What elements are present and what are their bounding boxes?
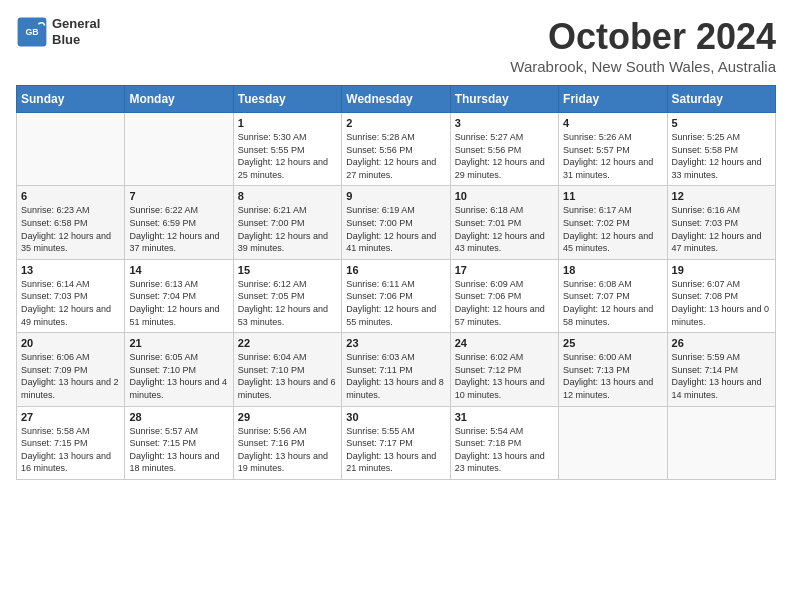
day-number: 25 (563, 337, 662, 349)
day-info: Sunrise: 6:21 AM Sunset: 7:00 PM Dayligh… (238, 204, 337, 254)
day-number: 17 (455, 264, 554, 276)
day-header-monday: Monday (125, 86, 233, 113)
day-info: Sunrise: 5:30 AM Sunset: 5:55 PM Dayligh… (238, 131, 337, 181)
day-header-friday: Friday (559, 86, 667, 113)
calendar-week-5: 27Sunrise: 5:58 AM Sunset: 7:15 PM Dayli… (17, 406, 776, 479)
calendar-cell: 12Sunrise: 6:16 AM Sunset: 7:03 PM Dayli… (667, 186, 775, 259)
location-title: Warabrook, New South Wales, Australia (510, 58, 776, 75)
calendar-cell (125, 113, 233, 186)
day-header-saturday: Saturday (667, 86, 775, 113)
calendar-cell: 3Sunrise: 5:27 AM Sunset: 5:56 PM Daylig… (450, 113, 558, 186)
day-info: Sunrise: 6:09 AM Sunset: 7:06 PM Dayligh… (455, 278, 554, 328)
day-info: Sunrise: 6:13 AM Sunset: 7:04 PM Dayligh… (129, 278, 228, 328)
calendar-cell: 11Sunrise: 6:17 AM Sunset: 7:02 PM Dayli… (559, 186, 667, 259)
day-info: Sunrise: 6:14 AM Sunset: 7:03 PM Dayligh… (21, 278, 120, 328)
day-info: Sunrise: 6:23 AM Sunset: 6:58 PM Dayligh… (21, 204, 120, 254)
day-info: Sunrise: 6:06 AM Sunset: 7:09 PM Dayligh… (21, 351, 120, 401)
calendar-cell: 4Sunrise: 5:26 AM Sunset: 5:57 PM Daylig… (559, 113, 667, 186)
logo: GB General Blue (16, 16, 100, 48)
day-number: 18 (563, 264, 662, 276)
day-number: 2 (346, 117, 445, 129)
calendar-cell: 6Sunrise: 6:23 AM Sunset: 6:58 PM Daylig… (17, 186, 125, 259)
calendar-cell: 27Sunrise: 5:58 AM Sunset: 7:15 PM Dayli… (17, 406, 125, 479)
day-info: Sunrise: 5:59 AM Sunset: 7:14 PM Dayligh… (672, 351, 771, 401)
day-header-sunday: Sunday (17, 86, 125, 113)
day-info: Sunrise: 6:19 AM Sunset: 7:00 PM Dayligh… (346, 204, 445, 254)
calendar-cell: 31Sunrise: 5:54 AM Sunset: 7:18 PM Dayli… (450, 406, 558, 479)
day-info: Sunrise: 5:56 AM Sunset: 7:16 PM Dayligh… (238, 425, 337, 475)
day-info: Sunrise: 5:55 AM Sunset: 7:17 PM Dayligh… (346, 425, 445, 475)
day-number: 30 (346, 411, 445, 423)
day-info: Sunrise: 5:58 AM Sunset: 7:15 PM Dayligh… (21, 425, 120, 475)
calendar-cell: 24Sunrise: 6:02 AM Sunset: 7:12 PM Dayli… (450, 333, 558, 406)
calendar-cell: 28Sunrise: 5:57 AM Sunset: 7:15 PM Dayli… (125, 406, 233, 479)
calendar-cell: 7Sunrise: 6:22 AM Sunset: 6:59 PM Daylig… (125, 186, 233, 259)
day-info: Sunrise: 6:07 AM Sunset: 7:08 PM Dayligh… (672, 278, 771, 328)
day-number: 20 (21, 337, 120, 349)
calendar-cell: 10Sunrise: 6:18 AM Sunset: 7:01 PM Dayli… (450, 186, 558, 259)
calendar-cell: 22Sunrise: 6:04 AM Sunset: 7:10 PM Dayli… (233, 333, 341, 406)
day-number: 6 (21, 190, 120, 202)
calendar-table: SundayMondayTuesdayWednesdayThursdayFrid… (16, 85, 776, 480)
calendar-header: SundayMondayTuesdayWednesdayThursdayFrid… (17, 86, 776, 113)
day-number: 21 (129, 337, 228, 349)
day-header-tuesday: Tuesday (233, 86, 341, 113)
calendar-cell: 25Sunrise: 6:00 AM Sunset: 7:13 PM Dayli… (559, 333, 667, 406)
day-info: Sunrise: 5:57 AM Sunset: 7:15 PM Dayligh… (129, 425, 228, 475)
day-number: 3 (455, 117, 554, 129)
calendar-cell: 30Sunrise: 5:55 AM Sunset: 7:17 PM Dayli… (342, 406, 450, 479)
day-number: 13 (21, 264, 120, 276)
day-number: 1 (238, 117, 337, 129)
calendar-cell (667, 406, 775, 479)
day-info: Sunrise: 6:11 AM Sunset: 7:06 PM Dayligh… (346, 278, 445, 328)
calendar-cell: 20Sunrise: 6:06 AM Sunset: 7:09 PM Dayli… (17, 333, 125, 406)
calendar-week-3: 13Sunrise: 6:14 AM Sunset: 7:03 PM Dayli… (17, 259, 776, 332)
day-info: Sunrise: 6:03 AM Sunset: 7:11 PM Dayligh… (346, 351, 445, 401)
day-info: Sunrise: 5:26 AM Sunset: 5:57 PM Dayligh… (563, 131, 662, 181)
day-info: Sunrise: 6:12 AM Sunset: 7:05 PM Dayligh… (238, 278, 337, 328)
page-header: GB General Blue October 2024 Warabrook, … (16, 16, 776, 75)
day-header-wednesday: Wednesday (342, 86, 450, 113)
calendar-cell: 2Sunrise: 5:28 AM Sunset: 5:56 PM Daylig… (342, 113, 450, 186)
day-number: 12 (672, 190, 771, 202)
day-info: Sunrise: 6:18 AM Sunset: 7:01 PM Dayligh… (455, 204, 554, 254)
calendar-cell: 18Sunrise: 6:08 AM Sunset: 7:07 PM Dayli… (559, 259, 667, 332)
day-number: 31 (455, 411, 554, 423)
day-info: Sunrise: 5:27 AM Sunset: 5:56 PM Dayligh… (455, 131, 554, 181)
calendar-cell: 19Sunrise: 6:07 AM Sunset: 7:08 PM Dayli… (667, 259, 775, 332)
calendar-cell: 9Sunrise: 6:19 AM Sunset: 7:00 PM Daylig… (342, 186, 450, 259)
day-info: Sunrise: 6:17 AM Sunset: 7:02 PM Dayligh… (563, 204, 662, 254)
title-area: October 2024 Warabrook, New South Wales,… (510, 16, 776, 75)
day-info: Sunrise: 6:08 AM Sunset: 7:07 PM Dayligh… (563, 278, 662, 328)
day-info: Sunrise: 5:54 AM Sunset: 7:18 PM Dayligh… (455, 425, 554, 475)
day-number: 28 (129, 411, 228, 423)
calendar-cell: 16Sunrise: 6:11 AM Sunset: 7:06 PM Dayli… (342, 259, 450, 332)
calendar-cell: 26Sunrise: 5:59 AM Sunset: 7:14 PM Dayli… (667, 333, 775, 406)
calendar-cell (559, 406, 667, 479)
day-info: Sunrise: 6:16 AM Sunset: 7:03 PM Dayligh… (672, 204, 771, 254)
day-number: 14 (129, 264, 228, 276)
day-number: 16 (346, 264, 445, 276)
calendar-week-2: 6Sunrise: 6:23 AM Sunset: 6:58 PM Daylig… (17, 186, 776, 259)
day-info: Sunrise: 6:00 AM Sunset: 7:13 PM Dayligh… (563, 351, 662, 401)
day-info: Sunrise: 6:04 AM Sunset: 7:10 PM Dayligh… (238, 351, 337, 401)
day-number: 29 (238, 411, 337, 423)
svg-text:GB: GB (25, 27, 38, 37)
month-title: October 2024 (510, 16, 776, 58)
calendar-cell: 23Sunrise: 6:03 AM Sunset: 7:11 PM Dayli… (342, 333, 450, 406)
day-number: 10 (455, 190, 554, 202)
calendar-cell: 13Sunrise: 6:14 AM Sunset: 7:03 PM Dayli… (17, 259, 125, 332)
calendar-cell: 17Sunrise: 6:09 AM Sunset: 7:06 PM Dayli… (450, 259, 558, 332)
day-info: Sunrise: 6:22 AM Sunset: 6:59 PM Dayligh… (129, 204, 228, 254)
calendar-week-4: 20Sunrise: 6:06 AM Sunset: 7:09 PM Dayli… (17, 333, 776, 406)
day-number: 24 (455, 337, 554, 349)
day-number: 8 (238, 190, 337, 202)
calendar-cell: 29Sunrise: 5:56 AM Sunset: 7:16 PM Dayli… (233, 406, 341, 479)
day-number: 7 (129, 190, 228, 202)
day-number: 5 (672, 117, 771, 129)
day-number: 27 (21, 411, 120, 423)
day-number: 22 (238, 337, 337, 349)
day-number: 11 (563, 190, 662, 202)
calendar-cell: 1Sunrise: 5:30 AM Sunset: 5:55 PM Daylig… (233, 113, 341, 186)
logo-icon: GB (16, 16, 48, 48)
